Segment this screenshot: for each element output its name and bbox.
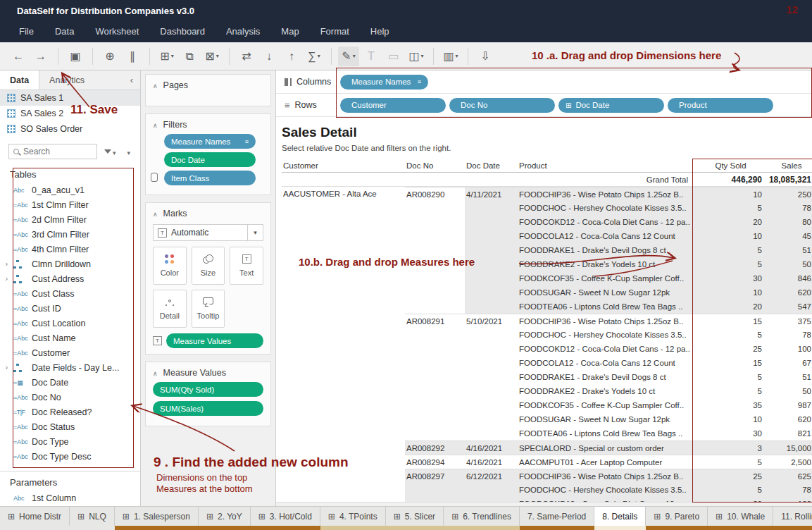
field-item[interactable]: 2d Clmn Filter (0, 212, 140, 227)
mark-property-button[interactable]: Detail (153, 290, 187, 328)
field-item[interactable]: Cust Class (0, 286, 140, 301)
field-item[interactable]: 0_aa_acu_v1 (0, 183, 140, 197)
sheet-tab[interactable]: 4. TPoints (320, 507, 386, 530)
field-item[interactable]: Doc Type (0, 434, 140, 449)
clear-sheet-button[interactable]: ⊠▾ (201, 47, 223, 66)
sheet-tab-body[interactable]: 9. Pareto (646, 507, 708, 526)
field-item[interactable]: Date Fields - Day Le... (0, 360, 140, 375)
expander-icon[interactable] (3, 260, 11, 268)
measure-values-card-header[interactable]: Measure Values (146, 362, 270, 382)
sheet-tab[interactable]: 8. Details (594, 507, 646, 530)
sheet-tab[interactable]: 3. Hot/Cold (251, 507, 320, 530)
table-row[interactable]: AR008291 5/10/2021 FOODCHIP36 - Wise Pot… (282, 314, 812, 328)
table-row[interactable]: FOODSUGAR - Sweet N Low Sugar 12pk 10 62… (282, 412, 812, 426)
menu-item[interactable]: Format (310, 21, 360, 42)
data-source-item[interactable]: SO Sales Order (0, 121, 140, 137)
fit-selector-button[interactable]: ◫▾ (406, 47, 427, 66)
shelf-pill[interactable]: Measure Names ≡ (340, 75, 428, 90)
table-row[interactable]: AACUSTOMER - Alta Ace AR008290 4/11/2021… (282, 187, 812, 201)
field-item[interactable]: 3rd Clmn Filter (0, 227, 140, 242)
tab-analytics[interactable]: Analytics (39, 70, 94, 90)
table-row[interactable]: FOODDRAKE2 - Drake's Yodels 10 ct 5 50 (282, 257, 812, 271)
menu-item[interactable]: Data (44, 21, 85, 42)
table-row[interactable]: FOODCHOC - Hershey Chocolate Kisses 3.5.… (282, 201, 812, 215)
field-item[interactable]: Clmn Drilldown (0, 257, 140, 271)
parameter-item[interactable]: 1st Column (0, 491, 140, 505)
sheet-tab[interactable]: 7. Same-Period (520, 507, 594, 530)
column-header-qty-sold[interactable]: Qty Sold (694, 159, 768, 173)
sheet-tab[interactable]: 1. Salesperson (115, 507, 199, 530)
menu-item[interactable]: File (8, 21, 44, 42)
marks-card-header[interactable]: Marks (146, 203, 270, 223)
shelf-pill[interactable]: ⊞ Doc Date (558, 98, 664, 113)
table-row[interactable]: FOODDRAKE1 - Drake's Devil Dogs 8 ct 5 5… (282, 370, 812, 384)
table-row[interactable]: FOODKCOF35 - Coffee K-Cup Sampler Coff..… (282, 398, 812, 412)
table-row[interactable]: FOODCHOC - Hershey Chocolate Kisses 3.5.… (282, 483, 812, 497)
sheet-tab[interactable]: 6. Trendlines (444, 507, 520, 530)
measure-pill[interactable]: SUM(Sales) (153, 401, 263, 416)
menu-item[interactable]: Worksheet (85, 21, 149, 42)
field-item[interactable]: Doc Type Desc (0, 449, 140, 464)
save-button[interactable]: ▣ (65, 47, 86, 66)
table-row[interactable]: FOODCOLA12 - Coca-Cola Cans 12 Count 10 … (282, 229, 812, 243)
expander-icon[interactable] (3, 364, 11, 371)
search-input[interactable] (23, 147, 80, 156)
shelf-pill[interactable]: Doc No (449, 98, 555, 113)
table-row[interactable]: AR008297 6/12/2021 FOODCHIP36 - Wise Pot… (282, 469, 812, 483)
menu-item[interactable]: Analysis (216, 21, 270, 42)
totals-button[interactable]: ∑▾ (304, 47, 325, 66)
data-source-item[interactable]: SA Sales 1 (0, 90, 140, 106)
sheet-tab[interactable]: Home Distr (0, 507, 70, 530)
field-item[interactable]: 1st Clmn Filter (0, 197, 140, 212)
sheet-tab[interactable]: NLQ (70, 507, 115, 530)
data-source-item[interactable]: SA Sales 2 (0, 106, 140, 121)
menu-item[interactable]: Map (270, 21, 309, 42)
table-row[interactable]: FOODDRAKE1 - Drake's Devil Dogs 8 ct 5 5… (282, 243, 812, 257)
sheet-tab[interactable]: 10. Whale (708, 507, 773, 530)
sheet-tab[interactable]: 9. Pareto (646, 507, 708, 530)
highlight-button[interactable]: ✎▾ (338, 47, 359, 66)
menu-item[interactable]: Help (360, 21, 400, 42)
redo-button[interactable]: → (30, 47, 51, 66)
expander-icon[interactable] (3, 275, 11, 283)
table-row[interactable]: FOODCOLA12 - Coca-Cola Cans 12 Count 15 … (282, 356, 812, 370)
sheet-tab-body[interactable]: 7. Same-Period (520, 507, 594, 526)
swap-rows-columns-button[interactable]: ⇄ (236, 47, 257, 66)
pause-auto-updates-button[interactable]: ∥ (122, 47, 143, 66)
new-data-source-button[interactable]: ⊕ (99, 47, 120, 66)
sheet-tab-body[interactable]: 4. TPoints (320, 507, 386, 526)
sheet-tab-body[interactable]: 2. YoY (199, 507, 251, 526)
mark-property-button[interactable]: Size (192, 247, 225, 285)
filter-pill[interactable]: Measure Names ≡ (164, 134, 256, 149)
field-item[interactable]: Doc Released? (0, 405, 140, 419)
field-list-options-icon[interactable] (127, 145, 131, 158)
pages-card-header[interactable]: Pages (146, 75, 270, 94)
column-header-sales[interactable]: Sales (768, 159, 812, 173)
table-row[interactable]: FOODKCOF35 - Coffee K-Cup Sampler Coff..… (282, 271, 812, 285)
sheet-tab-body[interactable]: 8. Details (594, 507, 646, 526)
table-row[interactable]: FOODTEA06 - Liptons Cold Brew Tea Bags .… (282, 300, 812, 314)
tab-data[interactable]: Data (0, 70, 39, 90)
column-header-customer[interactable]: Customer (282, 159, 405, 173)
mark-property-button[interactable]: Tooltip (192, 290, 225, 328)
sheet-tab-body[interactable]: 10. Whale (708, 507, 773, 526)
filter-pill[interactable]: Item Class (164, 171, 256, 185)
column-header-docdate[interactable]: Doc Date (465, 159, 518, 173)
table-row[interactable]: FOODCOKD12 - Coca-Cola Diet Cans - 12 pa… (282, 342, 812, 356)
measure-pill[interactable]: SUM(Qty Sold) (153, 382, 263, 397)
sort-descending-button[interactable]: ↑ (281, 47, 302, 66)
show-hide-cards-button[interactable]: ▥▾ (440, 47, 461, 66)
filter-pill[interactable]: Doc Date (164, 152, 256, 167)
field-item[interactable]: 4th Clmn Filter (0, 242, 140, 257)
mark-type-dropdown[interactable]: Automatic (153, 224, 263, 241)
presentation-mode-button[interactable]: ⇩ (475, 47, 496, 66)
sheet-tab-body[interactable]: NLQ (70, 507, 115, 526)
sort-ascending-button[interactable]: ↓ (258, 47, 280, 66)
field-item[interactable]: Cust Location (0, 316, 140, 331)
duplicate-sheet-button[interactable]: ⧉ (179, 47, 200, 66)
table-row[interactable]: FOODSUGAR - Sweet N Low Sugar 12pk 10 62… (282, 285, 812, 300)
field-item[interactable]: Customer (0, 345, 140, 360)
measure-values-pill[interactable]: Measure Values (166, 333, 263, 348)
column-header-docno[interactable]: Doc No (405, 159, 465, 173)
collapse-pane-icon[interactable]: ‹ (130, 70, 140, 90)
